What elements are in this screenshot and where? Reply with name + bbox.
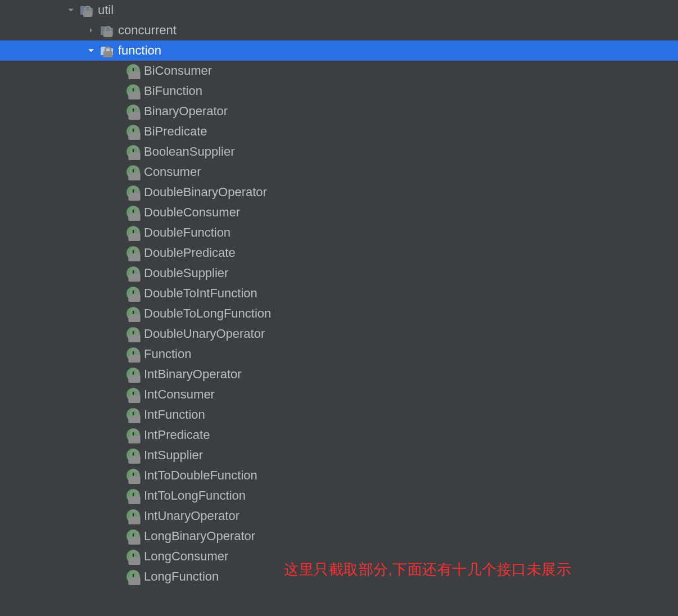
interface-icon xyxy=(126,488,141,503)
tree-item-label: DoubleConsumer xyxy=(144,205,240,220)
lock-icon xyxy=(127,65,142,79)
interface-icon xyxy=(126,367,141,382)
lock-icon xyxy=(127,348,142,363)
lock-icon xyxy=(127,247,142,261)
tree-interface-item[interactable]: LongBinaryOperator xyxy=(0,526,678,546)
tree-item-label: IntConsumer xyxy=(144,387,215,402)
tree-interface-item[interactable]: DoubleToIntFunction xyxy=(0,283,678,304)
tree-interface-item[interactable]: IntConsumer xyxy=(0,384,678,405)
lock-icon xyxy=(127,267,142,282)
interface-icon xyxy=(126,306,141,321)
lock-icon xyxy=(127,105,142,120)
tree-interface-item[interactable]: IntToLongFunction xyxy=(0,486,678,506)
tree-interface-item[interactable]: IntSupplier xyxy=(0,445,678,465)
interface-icon xyxy=(126,165,141,179)
tree-interface-item[interactable]: IntBinaryOperator xyxy=(0,364,678,384)
lock-icon xyxy=(127,186,142,201)
tree-interface-item[interactable]: DoubleSupplier xyxy=(0,263,678,283)
tree-interface-item[interactable]: BooleanSupplier xyxy=(0,142,678,162)
interface-icon xyxy=(126,529,141,543)
expand-arrow-icon xyxy=(87,46,96,55)
interface-icon xyxy=(126,286,141,301)
lock-icon xyxy=(127,469,142,484)
tree-item-label: BiPredicate xyxy=(144,124,207,139)
interface-icon xyxy=(126,468,141,483)
interface-icon xyxy=(126,266,141,280)
lock-icon xyxy=(127,449,142,464)
tree-item-label: BiFunction xyxy=(144,84,202,98)
lock-icon xyxy=(127,368,142,383)
tree-interface-item[interactable]: DoubleBinaryOperator xyxy=(0,182,678,202)
tree-item-label: IntToLongFunction xyxy=(144,488,246,503)
lock-icon xyxy=(127,287,142,302)
tree-interface-item[interactable]: IntPredicate xyxy=(0,425,678,445)
tree-item-label: LongConsumer xyxy=(144,549,228,564)
lock-icon xyxy=(127,550,142,565)
tree-item-label: concurrent xyxy=(118,23,177,38)
tree-item-label: IntPredicate xyxy=(144,428,210,442)
tree-item-label: IntBinaryOperator xyxy=(144,367,242,382)
interface-icon xyxy=(126,509,141,523)
lock-icon xyxy=(127,125,142,140)
tree-interface-item[interactable]: BiFunction xyxy=(0,81,678,101)
interface-icon xyxy=(126,104,141,119)
tree-item-label: util xyxy=(98,3,114,17)
project-tree: util concurrent function BiConsumerBiFun… xyxy=(0,0,678,587)
package-icon xyxy=(100,45,114,56)
tree-item-label: IntFunction xyxy=(144,407,205,422)
expand-arrow-icon xyxy=(66,6,75,15)
tree-interface-item[interactable]: BiConsumer xyxy=(0,61,678,81)
lock-icon xyxy=(127,206,142,221)
tree-item-label: function xyxy=(118,43,161,58)
annotation-text: 这里只截取部分,下面还有十几个接口未展示 xyxy=(284,560,571,579)
tree-item-label: Function xyxy=(144,347,191,361)
tree-folder-function[interactable]: function xyxy=(0,40,678,61)
lock-icon xyxy=(127,388,142,403)
lock-icon xyxy=(127,227,142,241)
tree-item-label: DoubleUnaryOperator xyxy=(144,327,265,341)
lock-icon xyxy=(81,6,94,17)
tree-interface-item[interactable]: IntFunction xyxy=(0,405,678,425)
tree-folder-concurrent[interactable]: concurrent xyxy=(0,20,678,40)
lock-icon xyxy=(127,85,142,99)
lock-icon xyxy=(101,46,115,57)
interface-icon xyxy=(126,144,141,159)
interface-icon xyxy=(126,387,141,402)
lock-icon xyxy=(127,409,142,423)
tree-interface-item[interactable]: Function xyxy=(0,344,678,364)
interface-icon xyxy=(126,428,141,442)
lock-icon xyxy=(127,429,142,443)
tree-item-label: LongFunction xyxy=(144,569,219,584)
lock-icon xyxy=(127,166,142,180)
tree-item-label: IntUnaryOperator xyxy=(144,509,239,523)
tree-item-label: LongBinaryOperator xyxy=(144,529,255,543)
lock-icon xyxy=(127,510,142,524)
package-icon xyxy=(80,4,93,16)
tree-interface-item[interactable]: IntUnaryOperator xyxy=(0,506,678,526)
tree-item-label: DoublePredicate xyxy=(144,246,236,260)
lock-icon xyxy=(127,328,142,342)
collapse-arrow-icon xyxy=(87,26,96,35)
tree-interface-item[interactable]: Consumer xyxy=(0,162,678,182)
interface-icon xyxy=(126,64,141,78)
tree-item-label: IntSupplier xyxy=(144,448,203,463)
interface-icon xyxy=(126,448,141,463)
tree-interface-item[interactable]: DoublePredicate xyxy=(0,243,678,263)
interface-icon xyxy=(126,124,141,139)
interface-icon xyxy=(126,327,141,341)
tree-interface-item[interactable]: DoubleConsumer xyxy=(0,202,678,223)
tree-item-label: DoubleToIntFunction xyxy=(144,286,257,301)
tree-interface-item[interactable]: BinaryOperator xyxy=(0,101,678,121)
lock-icon xyxy=(101,26,115,37)
tree-interface-item[interactable]: IntToDoubleFunction xyxy=(0,465,678,486)
tree-interface-item[interactable]: BiPredicate xyxy=(0,121,678,142)
tree-item-label: BinaryOperator xyxy=(144,104,228,119)
tree-folder-util[interactable]: util xyxy=(0,0,678,20)
interface-icon xyxy=(126,246,141,260)
interface-icon xyxy=(126,185,141,200)
tree-interface-item[interactable]: DoubleUnaryOperator xyxy=(0,324,678,344)
lock-icon xyxy=(127,307,142,322)
tree-interface-item[interactable]: DoubleFunction xyxy=(0,223,678,243)
tree-interface-item[interactable]: DoubleToLongFunction xyxy=(0,304,678,324)
tree-item-label: IntToDoubleFunction xyxy=(144,468,257,483)
